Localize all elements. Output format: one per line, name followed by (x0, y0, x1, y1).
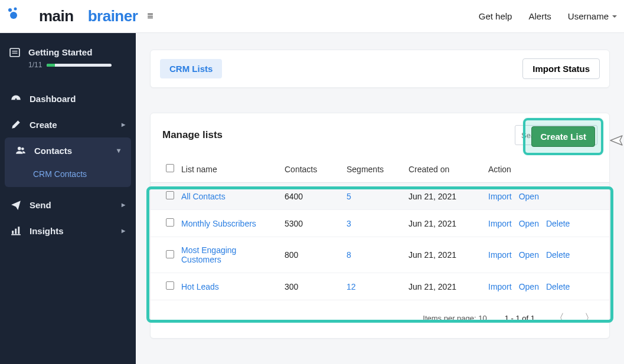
svg-point-2 (10, 12, 17, 19)
pencil-icon (11, 119, 21, 130)
row-checkbox[interactable] (166, 218, 174, 227)
sidebar-item-label: Dashboard (30, 94, 76, 104)
topbar-right: Get help Alerts Username (479, 11, 617, 21)
tutorial-highlight-create: Create List (523, 118, 603, 155)
col-created: Created on (409, 156, 488, 183)
table-row: Most Engaging Customers8008Jun 21, 2021I… (151, 237, 609, 273)
sidebar-getting-started[interactable]: Getting Started 1/11 (9, 47, 126, 69)
action-open[interactable]: Open (519, 219, 539, 228)
svg-rect-3 (10, 48, 19, 57)
username-label: Username (568, 11, 609, 21)
chevron-right-icon: ▸ (122, 227, 125, 235)
getting-started-title: Getting Started (28, 47, 112, 57)
pager-items-per-page: Items per page: 10 (423, 314, 486, 323)
cell-contacts: 800 (285, 237, 347, 273)
action-import[interactable]: Import (488, 219, 512, 228)
get-help-link[interactable]: Get help (479, 11, 512, 21)
chart-icon (11, 225, 21, 236)
brand-logo[interactable]: mainbrainer (6, 0, 138, 42)
user-menu[interactable]: Username (568, 11, 617, 21)
caret-down-icon (612, 15, 617, 18)
action-open[interactable]: Open (519, 192, 539, 201)
sidebar-item-create[interactable]: Create ▸ (0, 112, 136, 137)
cell-contacts: 6400 (285, 183, 347, 210)
action-delete[interactable]: Delete (546, 219, 570, 228)
action-cell: ImportOpenDelete (488, 219, 602, 228)
cell-created: Jun 21, 2021 (409, 210, 488, 237)
cell-contacts: 300 (285, 273, 347, 300)
table-row: All Contacts64005Jun 21, 2021ImportOpen (151, 183, 609, 210)
action-open[interactable]: Open (519, 250, 539, 260)
sidebar-item-label: Insights (30, 226, 64, 236)
svg-point-0 (8, 8, 12, 12)
sidebar-item-insights[interactable]: Insights ▸ (0, 218, 136, 244)
list-name-link[interactable]: Most Engaging Customers (181, 245, 236, 264)
create-list-button[interactable]: Create List (531, 126, 595, 147)
pager-prev-icon[interactable]: 〈 (553, 309, 566, 327)
sidebar-item-label: Send (30, 200, 51, 210)
list-name-link[interactable]: Hot Leads (181, 282, 219, 291)
sidebar-item-send[interactable]: Send ▸ (0, 192, 136, 218)
sidebar-item-label: Contacts (34, 146, 72, 156)
pointer-arrow-icon (602, 133, 623, 150)
table-row: Hot Leads30012Jun 21, 2021ImportOpenDele… (151, 273, 609, 300)
import-status-button[interactable]: Import Status (522, 58, 600, 79)
row-checkbox[interactable] (166, 281, 174, 290)
action-import[interactable]: Import (488, 282, 512, 291)
sidebar: Getting Started 1/11 Dashboard Create ▸ (0, 33, 136, 364)
tab-crm-lists[interactable]: CRM Lists (160, 59, 222, 78)
header-card: CRM Lists Import Status (150, 50, 610, 88)
segments-link[interactable]: 12 (347, 282, 356, 291)
action-import[interactable]: Import (488, 192, 512, 201)
select-all-checkbox[interactable] (166, 164, 174, 172)
list-name-link[interactable]: Monthly Subscribers (181, 219, 256, 228)
pager-next-icon[interactable]: 〉 (583, 309, 596, 327)
svg-rect-9 (12, 231, 14, 234)
chevron-right-icon: ▸ (122, 120, 125, 129)
topbar: mainbrainer ≡ Get help Alerts Username (0, 0, 624, 33)
alerts-link[interactable]: Alerts (528, 11, 551, 21)
chevron-right-icon: ▸ (122, 201, 125, 209)
row-checkbox[interactable] (166, 250, 174, 258)
cell-created: Jun 21, 2021 (409, 273, 488, 300)
svg-point-7 (18, 147, 21, 150)
brand-dots-icon (6, 6, 21, 26)
lists-table-card: Manage lists Create List List name Conta… (150, 113, 610, 339)
sidebar-item-label: Create (30, 120, 57, 130)
progress-bar (47, 64, 112, 67)
segments-link[interactable]: 5 (347, 192, 351, 201)
list-name-link[interactable]: All Contacts (181, 192, 226, 201)
svg-point-8 (21, 147, 24, 150)
svg-rect-11 (18, 227, 19, 234)
list-icon (9, 47, 20, 58)
svg-point-6 (15, 99, 17, 100)
segments-link[interactable]: 3 (347, 219, 351, 228)
getting-started-progress-text: 1/11 (28, 61, 42, 69)
cell-created: Jun 21, 2021 (409, 183, 488, 210)
action-cell: ImportOpenDelete (488, 250, 602, 260)
sidebar-item-contacts[interactable]: Contacts ▾ (5, 137, 131, 163)
svg-point-1 (14, 8, 17, 11)
col-segments: Segments (347, 156, 409, 183)
row-checkbox[interactable] (166, 191, 174, 199)
sidebar-item-dashboard[interactable]: Dashboard (0, 86, 136, 112)
action-delete[interactable]: Delete (546, 250, 570, 260)
lists-table: List name Contacts Segments Created on A… (151, 156, 609, 300)
segments-link[interactable]: 8 (347, 250, 351, 260)
pager-range: 1 - 1 of 1 (505, 314, 535, 323)
table-pager: Items per page: 10 1 - 1 of 1 〈 〉 (151, 300, 609, 333)
paper-plane-icon (11, 199, 21, 210)
gauge-icon (11, 93, 21, 104)
cell-created: Jun 21, 2021 (409, 237, 488, 273)
hamburger-menu-icon[interactable]: ≡ (147, 10, 153, 22)
brand-text-main: main (25, 0, 88, 42)
action-cell: ImportOpen (488, 192, 602, 201)
sidebar-subitem-crm-contacts[interactable]: CRM Contacts (5, 163, 131, 187)
action-open[interactable]: Open (519, 282, 539, 291)
col-list-name: List name (181, 156, 285, 183)
chevron-down-icon: ▾ (117, 146, 120, 155)
action-import[interactable]: Import (488, 250, 512, 260)
action-delete[interactable]: Delete (546, 282, 570, 291)
col-action: Action (488, 156, 609, 183)
table-row: Monthly Subscribers53003Jun 21, 2021Impo… (151, 210, 609, 237)
